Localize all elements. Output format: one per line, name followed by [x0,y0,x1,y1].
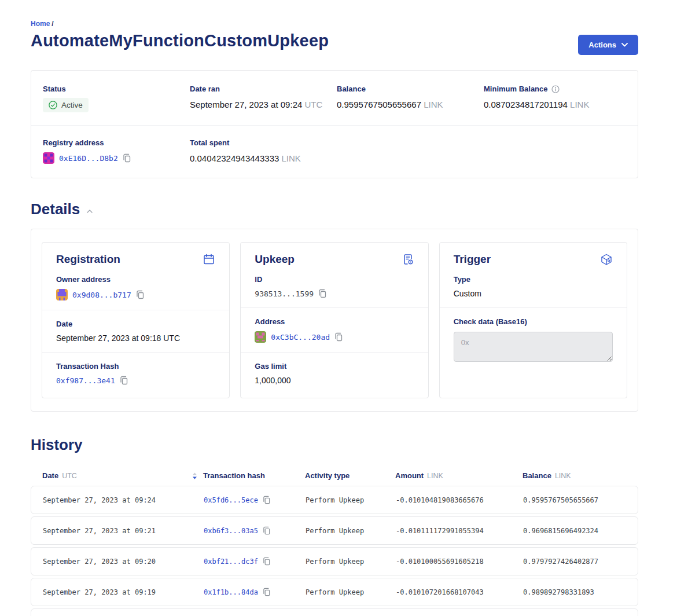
registration-tx-link[interactable]: 0xf987...3e41 [56,376,115,385]
table-row: September 27, 2023 at 09:20 0xbf21...dc3… [31,547,638,575]
copy-row-tx-button[interactable] [263,557,271,566]
upkeep-address-link[interactable]: 0xC3bC...20ad [271,333,330,342]
chevron-up-icon [87,210,93,213]
info-circle-icon[interactable] [551,85,560,93]
total-spent-unit: LINK [282,153,301,163]
registry-address-link[interactable]: 0xE16D...D8b2 [59,154,118,163]
copy-row-tx-button[interactable] [263,526,271,535]
table-row: September 27, 2023 at 09:19 0x1f1b...84d… [31,578,638,606]
page-container: Home/ AutomateMyFunctionCustomUpkeep Act… [31,0,638,616]
row-tx-link[interactable]: 0x5fd6...5ece [204,496,258,504]
registry-field: Registry address 0xE16D...D8b2 [43,138,190,164]
row-tx-link[interactable]: 0x1f1b...84da [204,588,258,596]
registry-identicon [43,152,54,164]
upkeep-title: Upkeep [255,253,295,266]
sort-arrows-icon [192,472,197,479]
trigger-title: Trigger [454,253,491,266]
details-collapse-toggle[interactable] [86,208,94,214]
card-divider [241,307,428,308]
row-date: September 27, 2023 at 09:19 [43,588,204,596]
chevron-down-icon [621,43,628,47]
copy-id-button[interactable] [318,289,327,298]
copy-row-tx-button[interactable] [263,496,271,504]
row-balance: 0.9595767505655667 [523,496,626,504]
min-balance-field: Minimum Balance 0.0870234817201194 LINK [484,85,626,112]
upkeep-address-label: Address [255,317,414,326]
copy-icon [123,153,131,163]
row-date: September 27, 2023 at 09:24 [43,496,204,504]
owner-address-link[interactable]: 0x9d08...b717 [72,291,131,299]
balance-field: Balance 0.9595767505655667 LINK [337,85,484,112]
row-tx-link[interactable]: 0xbf21...dc3f [204,558,258,566]
row-amount: -0.010100055691605218 [396,558,523,566]
copy-icon [120,376,128,385]
card-divider [241,352,428,353]
status-value: Active [61,101,83,109]
history-table-header: Date UTC Transaction hash Activity type … [31,471,638,480]
row-activity-type: Perform Upkeep [306,588,396,596]
details-panel: Registration Owner address 0x9d08...b717… [31,229,638,412]
registration-card: Registration Owner address 0x9d08...b717… [42,242,230,398]
row-date: September 27, 2023 at 09:20 [43,558,204,566]
status-badge: Active [43,98,89,112]
copy-icon [263,526,271,535]
actions-button-label: Actions [588,41,616,49]
amount-header-label: Amount [395,471,424,480]
upkeep-id-label: ID [255,275,414,284]
column-header-date[interactable]: Date UTC [42,471,203,480]
breadcrumb-home-link[interactable]: Home [31,20,50,28]
table-row: September 27, 2023 at 09:24 0x5fd6...5ec… [31,486,638,514]
card-divider [42,310,229,310]
balance-header-unit: LINK [555,472,571,480]
row-balance: 0.989892798331893 [523,588,626,596]
trigger-type-label: Type [454,275,613,284]
column-header-activity: Activity type [305,471,395,480]
check-data-input[interactable] [454,332,613,362]
amount-header-unit: LINK [427,472,443,480]
actions-button[interactable]: Actions [578,35,638,55]
column-header-balance: BalanceLINK [523,471,627,480]
summary-divider [31,125,638,126]
tx-header-label: Transaction hash [203,471,265,480]
table-row: September 27, 2023 at 09:18 0xf987...3e4… [31,608,638,616]
row-activity-type: Perform Upkeep [306,558,396,566]
copy-owner-button[interactable] [136,290,145,299]
copy-icon [318,289,327,298]
total-spent-field: Total spent 0.04042324943443333 LINK [190,138,337,164]
copy-registry-button[interactable] [123,153,131,163]
document-gear-icon [402,253,414,266]
total-spent-label: Total spent [190,138,337,147]
balance-value: 0.9595767505655667 [337,100,421,109]
check-data-label: Check data (Base16) [454,317,613,326]
copy-tx-button[interactable] [120,376,128,385]
date-header-label: Date [42,471,58,480]
check-circle-icon [49,101,57,109]
total-spent-value: 0.04042324943443333 [190,153,279,163]
breadcrumb: Home/ [31,20,638,28]
min-balance-label: Minimum Balance [484,85,548,93]
calendar-icon [203,253,215,266]
balance-label: Balance [337,85,484,93]
history-heading: History [31,436,638,454]
card-divider [440,307,627,308]
breadcrumb-separator: / [51,20,53,28]
registration-title: Registration [56,253,120,266]
registration-date-label: Date [56,320,215,328]
details-heading: Details [31,200,80,218]
copy-icon [136,290,145,299]
date-ran-value: September 27, 2023 at 09:24 [190,100,302,109]
row-amount: -0.010104819083665676 [396,496,523,504]
transaction-hash-label: Transaction Hash [56,362,215,371]
sort-date-button[interactable] [192,472,197,479]
owner-identicon [56,289,68,300]
row-tx-link[interactable]: 0xb6f3...03a5 [204,527,258,535]
copy-upkeep-address-button[interactable] [334,332,343,342]
row-balance: 0.9797927426402877 [523,558,626,566]
column-header-tx: Transaction hash [203,471,305,480]
copy-icon [263,557,271,566]
summary-card: Status Active Date ran September 27, 202… [31,70,638,178]
copy-row-tx-button[interactable] [263,588,271,596]
gas-limit-label: Gas limit [255,362,414,371]
copy-icon [263,588,271,596]
trigger-type-value: Custom [454,289,613,298]
